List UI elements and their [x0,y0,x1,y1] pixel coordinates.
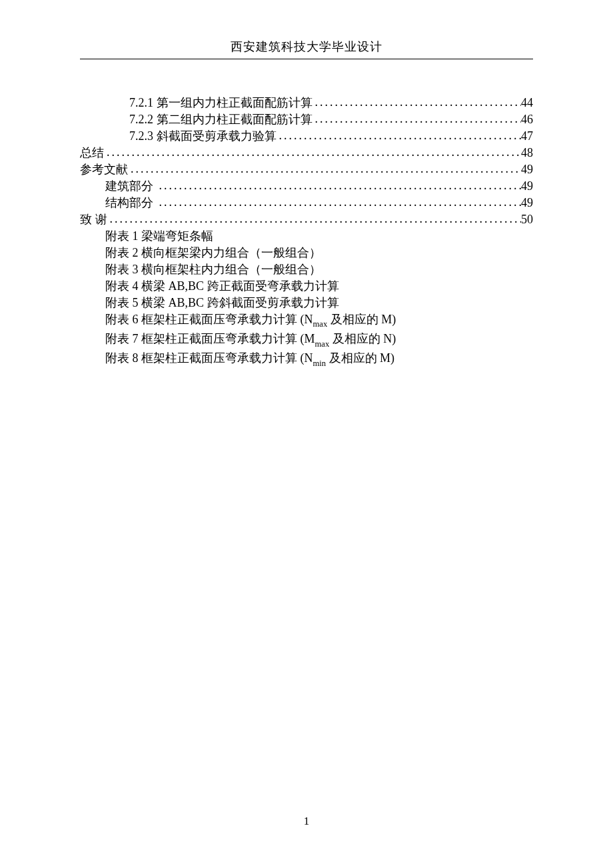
toc-label: 7.2.3 斜截面受剪承载力验算 [129,130,277,142]
toc-leader [312,96,522,108]
appendix-entry: 附表 4 横梁 AB,BC 跨正截面受弯承载力计算 [80,277,533,294]
toc-entry: 结构部分 49 [80,194,533,211]
appendix-text: 横向框架柱内力组合（一般组合） [141,263,321,276]
toc-label: 7.2.1 第一组内力柱正截面配筋计算 [129,97,312,109]
appendix-prefix: 附表 6 [105,313,141,326]
appendix-text: 框架柱正截面压弯承载力计算 (Mmax 及相应的 N) [141,332,396,345]
table-of-contents: 7.2.1 第一组内力柱正截面配筋计算 44 7.2.2 第二组内力柱正截面配筋… [80,94,533,369]
toc-page: 49 [521,180,533,192]
toc-leader [104,146,521,158]
appendix-prefix: 附表 3 [105,263,141,276]
toc-leader [107,213,522,225]
toc-label: 结构部分 [105,197,157,209]
appendix-prefix: 附表 5 [105,296,141,309]
appendix-text: 梁端弯矩条幅 [141,229,213,243]
toc-entry: 总结 48 [80,144,533,161]
page-header: 西安建筑科技大学毕业设计 [80,39,533,59]
toc-leader [157,179,522,191]
appendix-prefix: 附表 4 [105,279,141,293]
appendix-entry: 附表 3 横向框架柱内力组合（一般组合） [80,261,533,277]
toc-entry: 7.2.2 第二组内力柱正截面配筋计算 46 [80,111,533,127]
toc-leader [128,163,521,175]
toc-page: 49 [521,163,533,175]
toc-label: 7.2.2 第二组内力柱正截面配筋计算 [129,113,312,125]
appendix-entry: 附表 7 框架柱正截面压弯承载力计算 (Mmax 及相应的 N) [80,330,533,349]
toc-entry: 7.2.1 第一组内力柱正截面配筋计算 44 [80,94,533,111]
toc-leader [277,129,522,141]
appendix-text: 框架柱正截面压弯承载力计算 (Nmax 及相应的 M) [141,313,396,326]
toc-page: 47 [521,130,533,142]
toc-leader [312,113,522,125]
appendix-entry: 附表 8 框架柱正截面压弯承载力计算 (Nmin 及相应的 M) [80,349,533,369]
toc-page: 48 [521,147,533,159]
toc-label: 参考文献 [80,163,128,175]
page-number: 1 [0,815,613,828]
appendix-text: 横向框架梁内力组合（一般组合） [141,246,321,259]
appendix-entry: 附表 5 横梁 AB,BC 跨斜截面受剪承载力计算 [80,294,533,311]
toc-entry: 参考文献 49 [80,161,533,177]
appendix-text: 横梁 AB,BC 跨正截面受弯承载力计算 [141,279,339,293]
toc-page: 46 [521,113,533,125]
appendix-text: 框架柱正截面压弯承载力计算 (Nmin 及相应的 M) [141,351,394,365]
appendix-prefix: 附表 1 [105,229,141,243]
appendix-entry: 附表 1 梁端弯矩条幅 [80,227,533,244]
appendix-entry: 附表 6 框架柱正截面压弯承载力计算 (Nmax 及相应的 M) [80,311,533,330]
appendix-prefix: 附表 8 [105,351,141,365]
toc-page: 49 [521,197,533,209]
toc-entry: 7.2.3 斜截面受剪承载力验算 47 [80,127,533,144]
appendix-entry: 附表 2 横向框架梁内力组合（一般组合） [80,244,533,261]
toc-label: 致 谢 [80,213,107,225]
toc-entry: 致 谢 50 [80,211,533,227]
toc-label: 建筑部分 [105,180,157,192]
appendix-text: 横梁 AB,BC 跨斜截面受剪承载力计算 [141,296,339,309]
toc-entry: 建筑部分 49 [80,177,533,194]
toc-leader [157,196,522,208]
document-page: 西安建筑科技大学毕业设计 7.2.1 第一组内力柱正截面配筋计算 44 7.2.… [0,0,613,369]
toc-page: 44 [521,97,533,109]
toc-page: 50 [521,213,533,225]
appendix-prefix: 附表 7 [105,332,141,345]
toc-label: 总结 [80,147,104,159]
appendix-prefix: 附表 2 [105,246,141,259]
